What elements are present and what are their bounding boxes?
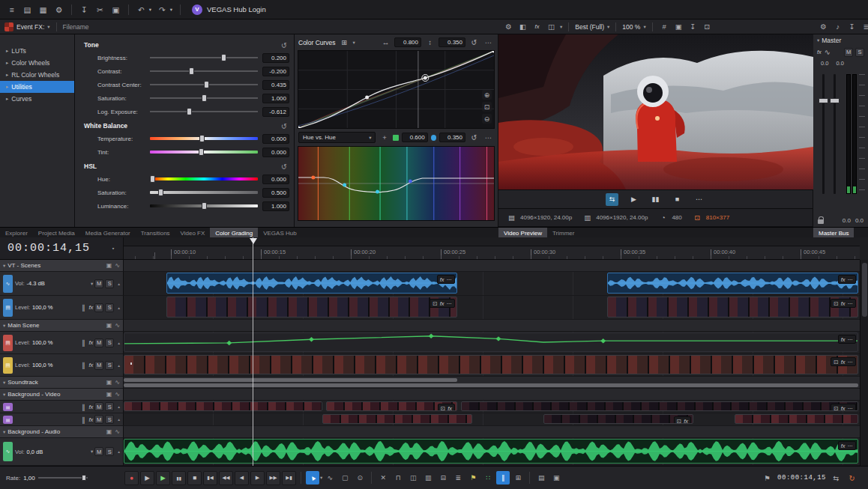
tint-slider[interactable] xyxy=(150,147,258,157)
zoom-caret-icon[interactable]: ▾ xyxy=(643,24,645,30)
hue-mode-dropdown[interactable]: Hue vs. Hue ▾ xyxy=(298,132,376,143)
event-fx-icon[interactable]: fx xyxy=(841,336,846,343)
video-event[interactable]: ⊡fx xyxy=(543,414,693,424)
zoom-in-icon[interactable]: ⊕ xyxy=(482,90,492,100)
overlay-icon[interactable]: ◫ xyxy=(546,21,557,32)
track-param-value[interactable]: 100,0 % xyxy=(32,339,53,346)
mixer-console-icon[interactable]: ≣ xyxy=(451,471,465,485)
curves-menu-icon[interactable]: ⋯ xyxy=(483,37,494,48)
event-badge[interactable]: ⊡fx⋯ xyxy=(831,357,856,366)
temperature-slider[interactable] xyxy=(150,133,258,144)
play-button[interactable]: ▶ xyxy=(156,471,170,485)
tab-color-grading[interactable]: Color Grading xyxy=(210,228,258,238)
event-more-icon[interactable]: ⋯ xyxy=(848,276,854,283)
collapsed-event-bar[interactable] xyxy=(124,383,858,387)
preview-sync-button[interactable]: ⇆ xyxy=(606,193,618,206)
solo-button[interactable]: S xyxy=(105,279,114,288)
event-fx-caret-icon[interactable]: ▾ xyxy=(47,24,49,30)
hue-slider[interactable] xyxy=(150,174,258,184)
collapsed-event-bar[interactable] xyxy=(124,378,457,382)
saturation-value[interactable]: 1.000 xyxy=(262,94,289,103)
event-grouping-icon[interactable]: ◫ xyxy=(406,471,420,485)
downmix-icon[interactable]: ↧ xyxy=(846,21,858,32)
automation-caret-icon[interactable]: ▾ xyxy=(91,449,93,455)
event-badge[interactable]: ⊡fx⋯ xyxy=(831,299,856,308)
track-header-audio-2[interactable]: ∿ Vol: 0,0 dB ▾ M S ▴ xyxy=(0,438,124,466)
audio-event[interactable]: fx⋯ xyxy=(124,439,858,464)
cut-icon[interactable]: ✂ xyxy=(93,3,107,16)
compositing-icon[interactable]: ▣ xyxy=(106,428,112,435)
mute-button[interactable]: M xyxy=(94,402,103,411)
next-frame-button[interactable]: ▶ xyxy=(250,471,265,485)
hsl-saturation-slider[interactable] xyxy=(150,187,258,198)
event-more-icon[interactable]: ⋯ xyxy=(447,300,453,307)
event-more-icon[interactable]: ⋯ xyxy=(848,405,854,412)
preview-pause-button[interactable]: ▮▮ xyxy=(649,193,662,206)
zoom-tool[interactable]: ⊙ xyxy=(353,471,367,485)
event-fx-icon[interactable]: fx xyxy=(841,443,846,449)
luminance-slider[interactable] xyxy=(150,201,258,211)
event-more-icon[interactable]: ⋯ xyxy=(447,276,453,283)
event-more-icon[interactable]: ⋯ xyxy=(848,300,854,307)
tab-transitions[interactable]: Transitions xyxy=(136,228,175,238)
compositing-icon[interactable]: ▣ xyxy=(106,322,112,329)
auto-crossfade-icon[interactable]: ✕ xyxy=(376,471,390,485)
mute-button[interactable]: M xyxy=(94,415,103,424)
grid-spacing-icon[interactable]: ⊞ xyxy=(511,471,525,485)
solo-button[interactable]: S xyxy=(105,338,114,347)
loop-region-icon[interactable]: ⇆ xyxy=(831,473,842,484)
pan-crop-icon[interactable]: ⊡ xyxy=(834,359,838,365)
event-fx-icon[interactable]: fx xyxy=(440,276,444,283)
scrollbar-thumb[interactable] xyxy=(862,263,867,317)
hamburger-menu-icon[interactable]: ≡ xyxy=(4,3,19,16)
group-header-background-audio[interactable]: ▾ Background - Audio ▣∿ xyxy=(0,426,124,438)
quality-caret-icon[interactable]: ▾ xyxy=(607,24,609,30)
collapse-caret-icon[interactable]: ▾ xyxy=(3,323,5,329)
hsl-saturation-value[interactable]: 0.500 xyxy=(262,188,289,198)
timeline-scrollbar[interactable] xyxy=(860,260,868,466)
preview-more-button[interactable]: ⋯ xyxy=(693,193,705,206)
master-solo-button[interactable]: S xyxy=(855,48,864,57)
bypass-fx-icon[interactable]: ∥ xyxy=(79,359,87,371)
audio-event[interactable]: fx⋯ xyxy=(607,273,858,294)
video-event[interactable] xyxy=(735,414,858,424)
reset-tone-icon[interactable]: ↺ xyxy=(281,41,287,49)
track-param-value[interactable]: -4.3 dB xyxy=(27,280,45,287)
overlay-caret-icon[interactable]: ▾ xyxy=(560,24,562,30)
collapse-caret-icon[interactable]: ▾ xyxy=(3,263,5,269)
fader-handle[interactable] xyxy=(819,98,828,103)
event-badge[interactable]: ⊡fx⋯ xyxy=(430,299,455,308)
hue-value[interactable]: 0.000 xyxy=(262,174,289,184)
event-badge[interactable]: fx⋯ xyxy=(838,275,856,284)
video-event-envelope[interactable]: fx⋯ xyxy=(124,332,858,352)
speaker-icon[interactable]: ♪ xyxy=(832,21,843,32)
group-header-soundtrack[interactable]: ▾ Soundtrack ▣∿ xyxy=(0,377,124,389)
go-to-end-button[interactable]: ▶▮ xyxy=(282,471,296,485)
mixer-settings-gear-icon[interactable]: ⚙ xyxy=(818,21,829,32)
collapse-caret-icon[interactable]: ▾ xyxy=(3,380,5,386)
track-header-video-3[interactable]: ▤ Level: 100,0 % ∥ fx M S ▴ xyxy=(0,354,124,377)
track-fx-button[interactable]: fx xyxy=(88,416,93,423)
event-fx-icon[interactable]: fx xyxy=(684,418,688,425)
master-mute-button[interactable]: M xyxy=(844,48,853,57)
track-param-value[interactable]: 100,0 % xyxy=(32,362,53,368)
mute-button[interactable]: M xyxy=(94,303,103,312)
split-screen-icon[interactable]: ◧ xyxy=(517,21,528,32)
redo-caret-icon[interactable]: ▾ xyxy=(168,3,175,16)
reset-hsl-icon[interactable]: ↺ xyxy=(281,163,287,171)
mute-button[interactable]: M xyxy=(94,279,103,288)
contrast-value[interactable]: -0.200 xyxy=(262,67,289,76)
track-header-video-1[interactable]: ▤ Level: 100,0 % ∥ fx M S ▴ xyxy=(0,296,124,320)
pan-crop-icon[interactable]: ⊡ xyxy=(677,418,681,425)
normal-edit-tool[interactable]: ▲ xyxy=(306,471,319,485)
event-badge[interactable]: ⊡fx⋯ xyxy=(831,404,856,411)
automation-icon[interactable]: ∿ xyxy=(115,262,120,269)
master-fader-right[interactable] xyxy=(834,74,836,194)
copy-icon[interactable]: ▣ xyxy=(109,3,123,16)
event-badge[interactable]: fx⋯ xyxy=(838,441,856,450)
group-header-main-scene[interactable]: ▾ Main Scene ▣∿ xyxy=(0,320,124,332)
master-caret-icon[interactable]: ▾ xyxy=(817,37,819,43)
bus-list-icon[interactable]: ≣ xyxy=(861,21,868,32)
saturation-slider[interactable] xyxy=(150,93,258,103)
event-badge[interactable]: ⊡fx xyxy=(674,416,691,424)
